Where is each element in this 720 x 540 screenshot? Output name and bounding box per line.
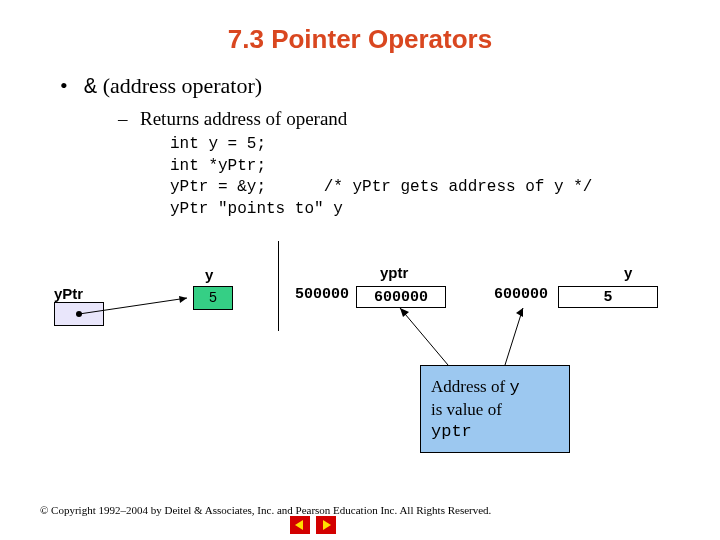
callout-text-2: is value of: [431, 400, 502, 419]
mem-val-2: 5: [603, 289, 612, 306]
mem-box-yptr: 600000: [356, 286, 446, 308]
svg-line-2: [400, 308, 448, 365]
bullet-level-2: Returns address of operand: [60, 108, 680, 130]
next-button[interactable]: [316, 516, 336, 534]
callout-code-y: y: [509, 378, 519, 397]
box-y-value: 5: [193, 286, 233, 310]
arrow-callout-1: [400, 308, 460, 368]
svg-line-0: [79, 298, 187, 314]
prev-button[interactable]: [290, 516, 310, 534]
arrow-callout-2: [505, 308, 535, 368]
slide-title: 7.3 Pointer Operators: [0, 0, 720, 55]
nav-buttons: [290, 516, 336, 534]
label-y-right: y: [624, 264, 632, 281]
arrow-yptr-to-y: [79, 298, 199, 318]
vertical-divider: [278, 241, 279, 331]
svg-marker-7: [323, 520, 331, 530]
code-block: int y = 5; int *yPtr; yPtr = &y; /* yPtr…: [60, 134, 680, 220]
svg-line-4: [505, 308, 523, 365]
label-yptr-mid: yptr: [380, 264, 408, 281]
callout-code-yptr: yptr: [431, 422, 472, 441]
svg-marker-3: [400, 308, 409, 317]
mem-box-y: 5: [558, 286, 658, 308]
bullet1-text: (address operator): [97, 73, 262, 98]
copyright-footer: © Copyright 1992–2004 by Deitel & Associ…: [40, 504, 491, 516]
y-value: 5: [209, 290, 217, 306]
mem-address-2: 600000: [494, 286, 548, 303]
svg-marker-1: [179, 296, 187, 303]
mem-address-1: 500000: [295, 286, 349, 303]
callout-text-1a: Address of: [431, 377, 509, 396]
mem-val-1: 600000: [374, 289, 428, 306]
svg-marker-5: [516, 308, 523, 317]
callout-box: Address of y is value of yptr: [420, 365, 570, 453]
arrow-right-icon: [321, 520, 331, 530]
arrow-left-icon: [295, 520, 305, 530]
svg-marker-6: [295, 520, 303, 530]
amp-operator: &: [84, 75, 97, 100]
label-y-left: y: [205, 266, 213, 283]
bullet-level-1: & (address operator): [60, 73, 680, 100]
slide-content: & (address operator) Returns address of …: [0, 55, 720, 220]
pointer-diagram: yPtr y 5 yptr y 500000 600000 600000 5 A…: [0, 250, 720, 450]
